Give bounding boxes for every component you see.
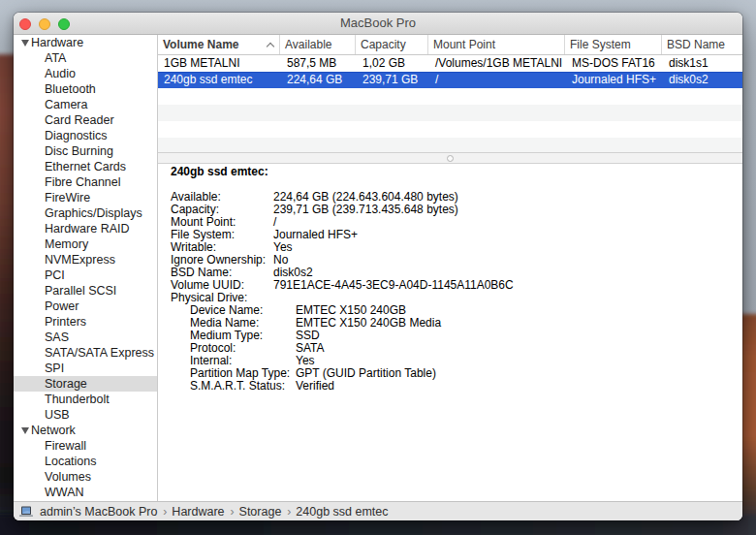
path-bar: admin’s MacBook Pro›Hardware›Storage›240… <box>14 501 742 520</box>
column-header-bsd-name[interactable]: BSD Name <box>662 35 742 54</box>
column-header-label: BSD Name <box>667 38 725 51</box>
detail-row-mount-point: Mount Point:/ <box>171 216 742 229</box>
detail-row-protocol: Protocol:SATA <box>171 342 742 355</box>
sidebar-item-sas[interactable]: SAS <box>14 330 157 345</box>
detail-row-capacity: Capacity:239,71 GB (239.713.435.648 byte… <box>171 204 742 216</box>
sidebar-item-wwan[interactable]: WWAN <box>14 485 157 500</box>
sidebar-item-volumes[interactable]: Volumes <box>14 469 157 485</box>
sidebar-item-firewall[interactable]: Firewall <box>14 438 157 454</box>
column-header-mount-point[interactable]: Mount Point <box>428 35 565 54</box>
sidebar-item-firewire[interactable]: FireWire <box>14 190 157 205</box>
sidebar: HardwareATAAudioBluetoothCameraCard Read… <box>14 35 158 501</box>
disclosure-triangle-icon[interactable] <box>21 427 29 434</box>
sidebar-item-label: FireWire <box>45 191 90 205</box>
window-title: MacBook Pro <box>14 13 742 34</box>
sidebar-item-memory[interactable]: Memory <box>14 236 157 252</box>
sidebar-item-locations[interactable]: Locations <box>14 454 157 469</box>
breadcrumb-separator: › <box>157 505 172 519</box>
sidebar-item-label: Diagnostics <box>45 129 108 142</box>
sidebar-item-hardware-raid[interactable]: Hardware RAID <box>14 221 157 236</box>
volume-row-1gb-metalni[interactable]: 1GB METALNI587,5 MB1,02 GB/Volumes/1GB M… <box>158 55 742 72</box>
breadcrumb-item-admin-s-macbook-pro[interactable]: admin’s MacBook Pro <box>40 505 157 519</box>
sidebar-item-label: Audio <box>45 67 76 80</box>
main-pane: Volume NameAvailableCapacityMount PointF… <box>158 35 742 501</box>
cell-file-system: Journaled HFS+ <box>566 72 663 88</box>
column-header-volume-name[interactable]: Volume Name <box>158 35 280 54</box>
volume-row-240gb-ssd-emtec[interactable]: 240gb ssd emtec224,64 GB239,71 GB/Journa… <box>158 72 742 88</box>
pane-splitter[interactable] <box>158 152 742 164</box>
cell-file-system: MS-DOS FAT16 <box>566 55 663 72</box>
column-header-file-system[interactable]: File System <box>565 35 662 54</box>
sidebar-item-graphics-displays[interactable]: Graphics/Displays <box>14 205 157 221</box>
sidebar-item-printers[interactable]: Printers <box>14 314 157 330</box>
sidebar-item-label: PCI <box>45 268 65 282</box>
sidebar-item-label: Bluetooth <box>45 82 96 96</box>
sidebar-group-hardware[interactable]: Hardware <box>14 35 157 50</box>
sidebar-item-label: Thunderbolt <box>45 393 110 406</box>
breadcrumb-separator: › <box>281 505 296 519</box>
sidebar-item-audio[interactable]: Audio <box>14 66 157 81</box>
sidebar-item-label: Disc Burning <box>45 144 113 158</box>
sidebar-item-bluetooth[interactable]: Bluetooth <box>14 81 157 97</box>
sidebar-item-ata[interactable]: ATA <box>14 50 157 66</box>
sidebar-item-label: Storage <box>45 377 87 391</box>
breadcrumb-item-hardware[interactable]: Hardware <box>172 505 224 519</box>
sidebar-item-label: Fibre Channel <box>45 175 121 189</box>
volumes-table: Volume NameAvailableCapacityMount PointF… <box>158 35 742 152</box>
sidebar-item-label: Camera <box>45 98 87 111</box>
column-header-available[interactable]: Available <box>280 35 356 54</box>
sidebar-item-fibre-channel[interactable]: Fibre Channel <box>14 174 157 190</box>
sidebar-item-label: Memory <box>45 237 88 251</box>
sidebar-item-usb[interactable]: USB <box>14 407 157 423</box>
breadcrumb-item-240gb-ssd-emtec[interactable]: 240gb ssd emtec <box>296 505 388 519</box>
detail-row-ignore-ownership: Ignore Ownership:No <box>171 254 742 267</box>
breadcrumb-item-storage[interactable]: Storage <box>239 505 282 519</box>
cell-volume-name: 240gb ssd emtec <box>158 72 281 88</box>
sidebar-item-spi[interactable]: SPI <box>14 361 157 376</box>
empty-table-stripe <box>158 121 742 138</box>
cell-volume-name: 1GB METALNI <box>158 55 281 72</box>
sidebar-item-label: SPI <box>45 362 64 375</box>
sidebar-item-camera[interactable]: Camera <box>14 97 157 112</box>
sidebar-item-nvmexpress[interactable]: NVMExpress <box>14 252 157 268</box>
sidebar-item-parallel-scsi[interactable]: Parallel SCSI <box>14 283 157 299</box>
sidebar-item-label: Ethernet Cards <box>45 160 126 173</box>
sidebar-item-label: Power <box>45 299 79 313</box>
detail-value: 239,71 GB (239.713.435.648 bytes) <box>273 204 458 216</box>
sidebar-item-pci[interactable]: PCI <box>14 268 157 283</box>
cell-available: 224,64 GB <box>281 72 357 88</box>
cell-bsd-name: disk0s2 <box>663 72 742 88</box>
sidebar-item-card-reader[interactable]: Card Reader <box>14 112 157 128</box>
empty-table-stripe <box>158 105 742 121</box>
disclosure-triangle-icon[interactable] <box>21 40 29 47</box>
empty-table-stripe <box>158 88 742 105</box>
sort-ascending-icon <box>268 44 274 50</box>
sidebar-item-label: Printers <box>45 315 86 329</box>
column-header-label: Mount Point <box>433 38 495 51</box>
column-header-label: File System <box>570 38 631 51</box>
detail-title: 240gb ssd emtec: <box>171 166 742 178</box>
sidebar-item-label: USB <box>45 408 70 422</box>
sidebar-item-diagnostics[interactable]: Diagnostics <box>14 128 157 143</box>
cell-mount-point: / <box>429 72 566 88</box>
sidebar-item-label: Card Reader <box>45 113 114 127</box>
sidebar-item-thunderbolt[interactable]: Thunderbolt <box>14 392 157 407</box>
sidebar-group-network[interactable]: Network <box>14 423 157 438</box>
volumes-table-header: Volume NameAvailableCapacityMount PointF… <box>158 35 742 55</box>
breadcrumb-separator: › <box>225 505 239 519</box>
sidebar-item-label: Hardware RAID <box>45 222 130 236</box>
detail-value: 791E1ACE-4A45-3EC9-A04D-1145A11A0B6C <box>273 279 514 292</box>
column-header-label: Capacity <box>361 38 406 51</box>
window-titlebar[interactable]: MacBook Pro <box>14 13 742 35</box>
detail-pane: 240gb ssd emtec: Available:224,64 GB (22… <box>158 164 742 501</box>
sidebar-item-ethernet-cards[interactable]: Ethernet Cards <box>14 159 157 174</box>
sidebar-item-disc-burning[interactable]: Disc Burning <box>14 143 157 159</box>
sidebar-item-label: SATA/SATA Express <box>45 346 154 360</box>
macbook-icon <box>18 506 34 518</box>
sidebar-item-power[interactable]: Power <box>14 299 157 314</box>
column-header-capacity[interactable]: Capacity <box>356 35 428 54</box>
sidebar-item-label: Locations <box>45 455 97 468</box>
detail-row-medium-type: Medium Type:SSD <box>171 330 742 342</box>
sidebar-item-sata-sata-express[interactable]: SATA/SATA Express <box>14 345 157 361</box>
sidebar-item-storage[interactable]: Storage <box>14 376 157 392</box>
